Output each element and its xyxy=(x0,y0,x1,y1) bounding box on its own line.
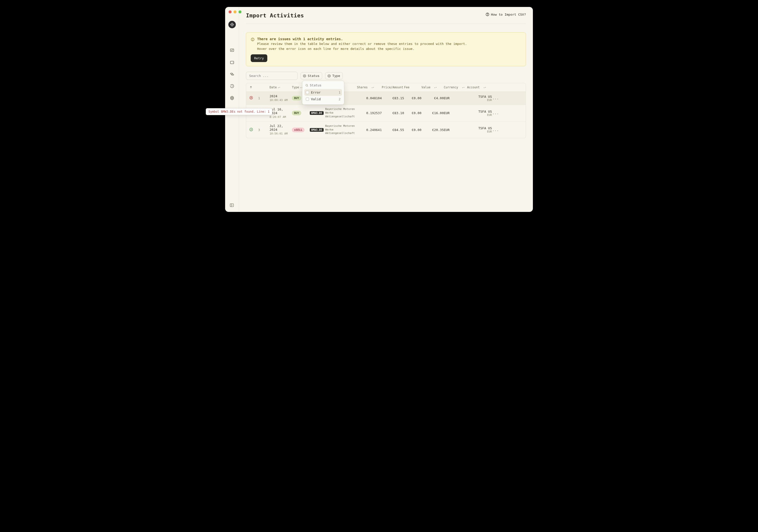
alert-text-2: Hover over the error icon on each line f… xyxy=(257,47,467,51)
row-account: TSFA US xyxy=(467,95,492,98)
dashboard-icon[interactable] xyxy=(230,48,234,52)
row-date: Jul 16, 2024 xyxy=(269,108,292,115)
row-price: €84.55 xyxy=(382,128,404,132)
row-fee: €0.00 xyxy=(404,128,422,132)
status-option-valid[interactable]: Valid 2 xyxy=(304,96,342,103)
error-tooltip: Symbol BMW3.DEs not found. Line: 1 xyxy=(206,108,272,115)
svg-point-13 xyxy=(306,84,307,86)
app-window: Import Activities How to Import CSV? The… xyxy=(225,7,533,212)
row-value: €20.35 xyxy=(422,128,444,132)
table-row[interactable]: 3 Jul 22, 2024 10:56:01 AM sSELL BMW3.DE… xyxy=(246,121,526,138)
symbol-badge: BMW3.DE xyxy=(310,128,324,132)
issues-alert: There are issues with 1 activity entries… xyxy=(246,32,526,66)
row-date: 2024 xyxy=(269,94,292,98)
expand-sidebar-icon[interactable] xyxy=(229,203,234,208)
col-currency[interactable]: Currency ▴▾ xyxy=(444,85,467,89)
status-filter-label: Status xyxy=(308,74,320,78)
status-option-count: 1 xyxy=(338,90,340,94)
checkbox-icon[interactable] xyxy=(306,91,309,94)
plus-circle-icon xyxy=(303,74,306,78)
history-icon[interactable] xyxy=(230,84,234,88)
table-header-row: Date▴▾ Type▴▾ Shares ▴▾ Price/Amount Fee… xyxy=(246,83,526,92)
row-account: TSFA US xyxy=(467,110,492,114)
row-time: 8:20:07 AM xyxy=(269,116,292,119)
symbol-cell: BMW3.DEBayerische Motoren Werke Aktienge… xyxy=(310,108,357,118)
page-header: Import Activities How to Import CSV? xyxy=(246,13,526,24)
svg-point-16 xyxy=(250,128,253,131)
col-date[interactable]: Date▴▾ xyxy=(269,85,292,89)
sort-direction-header[interactable] xyxy=(249,85,258,89)
svg-rect-2 xyxy=(230,61,234,64)
row-actions-menu[interactable]: ... xyxy=(492,128,500,132)
row-value: €4.00 xyxy=(422,96,444,100)
row-value: €16.00 xyxy=(422,111,444,115)
row-actions-menu[interactable]: ... xyxy=(492,111,500,115)
row-currency: EUR xyxy=(444,96,467,100)
row-time: 10:00:43 AM xyxy=(269,98,292,102)
row-currency: EUR xyxy=(444,128,467,132)
symbol-cell: BMW3.DEBayerische Motoren Werke Aktienge… xyxy=(310,124,357,136)
close-window[interactable] xyxy=(228,11,231,14)
type-badge: BUY xyxy=(292,96,301,101)
plus-circle-icon xyxy=(327,74,331,78)
status-filter-chip[interactable]: Status xyxy=(300,72,322,80)
help-link-label: How to Import CSV? xyxy=(491,13,526,17)
svg-point-4 xyxy=(231,74,233,76)
search-input[interactable] xyxy=(246,72,297,80)
minimize-window[interactable] xyxy=(233,11,236,14)
status-option-label: Valid xyxy=(311,97,321,101)
page-title: Import Activities xyxy=(246,13,304,18)
coins-icon[interactable] xyxy=(230,72,234,77)
symbol-description: Bayerische Motoren Werke Aktiengesellsch… xyxy=(325,124,357,136)
row-shares: 0.048104 xyxy=(357,96,382,100)
window-controls xyxy=(228,11,242,14)
help-link[interactable]: How to Import CSV? xyxy=(486,13,526,17)
row-fee: €0.00 xyxy=(404,111,422,115)
col-account[interactable]: Account ▴▾ xyxy=(467,85,492,89)
row-shares: 0.192537 xyxy=(357,111,382,115)
type-badge: BUY xyxy=(292,111,301,116)
status-option-error[interactable]: Error 1 xyxy=(304,89,342,96)
col-value[interactable]: Value ▴▾ xyxy=(422,85,444,89)
row-account-currency: EUR xyxy=(467,130,492,133)
error-icon xyxy=(249,96,253,100)
checkbox-icon[interactable] xyxy=(306,97,309,101)
alert-text-1: Please review them in the table below an… xyxy=(257,42,467,47)
table-toolbar: Status Type Error 1 Valid 2 xyxy=(246,72,526,80)
row-account-currency: EUR xyxy=(467,98,492,102)
arrow-up-icon xyxy=(249,85,253,89)
row-shares: 0.240641 xyxy=(357,128,382,132)
row-time: 10:56:01 AM xyxy=(269,132,292,136)
row-currency: EUR xyxy=(444,111,467,115)
retry-button[interactable]: Retry xyxy=(251,54,267,62)
status-filter-search[interactable] xyxy=(310,83,341,87)
status-option-label: Error xyxy=(311,90,321,94)
row-actions-menu[interactable]: ... xyxy=(492,96,500,100)
svg-rect-6 xyxy=(230,204,233,207)
status-filter-popover: Error 1 Valid 2 xyxy=(302,81,344,105)
table-row[interactable]: 2 Jul 16, 2024 8:20:07 AM BUY BMW3.DEBay… xyxy=(246,105,526,121)
type-filter-label: Type xyxy=(332,74,340,78)
alert-title: There are issues with 1 activity entries… xyxy=(257,37,467,41)
maximize-window[interactable] xyxy=(238,11,242,14)
settings-icon[interactable] xyxy=(230,96,234,100)
alert-icon xyxy=(251,38,255,43)
app-logo[interactable] xyxy=(228,21,236,28)
type-filter-chip[interactable]: Type xyxy=(325,72,343,80)
col-price[interactable]: Price/Amount xyxy=(382,85,404,89)
status-option-count: 2 xyxy=(338,97,340,101)
row-account: TSFA US xyxy=(467,126,492,130)
col-fee[interactable]: Fee xyxy=(404,85,422,89)
col-shares[interactable]: Shares ▴▾ xyxy=(357,85,382,89)
table-row[interactable]: 1 2024 10:00:43 AM BUY X 0.048104 €83.15… xyxy=(246,92,526,105)
row-price: €83.10 xyxy=(382,111,404,115)
row-fee: €0.00 xyxy=(404,96,422,100)
row-account-currency: EUR xyxy=(467,114,492,116)
check-circle-icon xyxy=(249,127,253,131)
svg-point-5 xyxy=(231,97,232,99)
row-date: Jul 22, 2024 xyxy=(269,124,292,131)
main-content: Import Activities How to Import CSV? The… xyxy=(239,7,533,212)
row-index: 3 xyxy=(258,128,269,132)
wallet-icon[interactable] xyxy=(230,60,234,64)
type-badge: sSELL xyxy=(292,127,304,132)
